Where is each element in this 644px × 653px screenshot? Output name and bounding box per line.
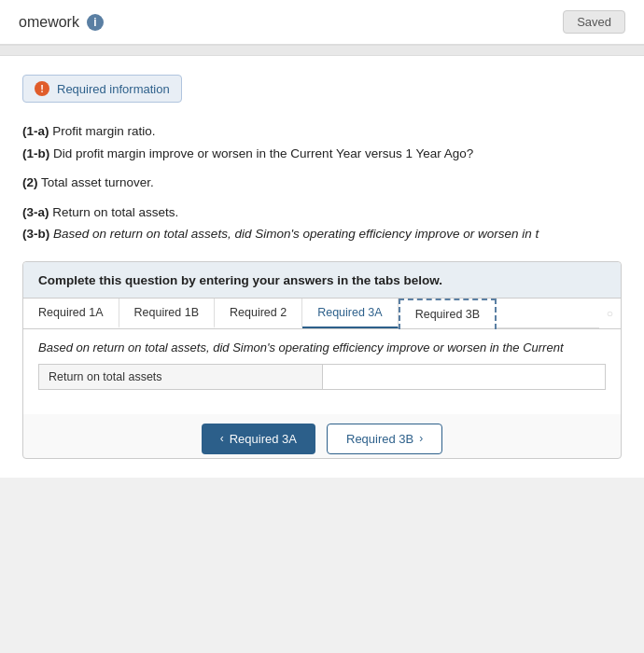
next-button[interactable]: Required 3B › — [327, 424, 442, 454]
tab-required-1b[interactable]: Required 1B — [119, 299, 216, 328]
question-text-1b: Did profit margin improve or worsen in t… — [53, 146, 473, 160]
tab-extra-space: ○ — [599, 299, 621, 328]
question-label-1a: (1-a) — [22, 124, 49, 138]
prev-button[interactable]: ‹ Required 3A — [202, 424, 315, 454]
complete-box-title: Complete this question by entering your … — [38, 273, 442, 287]
chevron-left-icon: ‹ — [220, 432, 224, 445]
question-label-3a: (3-a) — [22, 205, 49, 219]
table-row: Return on total assets — [39, 364, 606, 389]
question-section: (1-a) Profit margin ratio. (1-b) Did pro… — [22, 121, 622, 244]
question-group-3: (3-a) Return on total assets. (3-b) Base… — [22, 202, 622, 244]
tab-question-desc: Based on return on total assets, did Sim… — [38, 340, 606, 354]
question-line-1a: (1-a) Profit margin ratio. — [22, 121, 622, 142]
tab-required-2[interactable]: Required 2 — [215, 299, 302, 328]
row-label: Return on total assets — [39, 364, 323, 389]
answer-table: Return on total assets — [38, 364, 606, 390]
tab-question-desc-text: Based on return on total assets, did Sim… — [38, 340, 564, 354]
saved-badge: Saved — [563, 10, 625, 34]
question-label-2: (2) — [22, 175, 38, 189]
row-input-cell[interactable] — [322, 364, 606, 389]
question-text-3a: Return on total assets. — [52, 205, 178, 219]
question-label-3b: (3-b) — [22, 227, 49, 241]
question-line-1b: (1-b) Did profit margin improve or worse… — [22, 144, 622, 164]
question-text-3b: Based on return on total assets, did Sim… — [53, 227, 539, 241]
chevron-right-icon: › — [419, 432, 423, 445]
question-group-2: (2) Total asset turnover. — [22, 173, 622, 193]
question-group-1: (1-a) Profit margin ratio. (1-b) Did pro… — [22, 121, 622, 163]
exclamation-icon: ! — [35, 81, 49, 96]
info-icon[interactable]: i — [87, 14, 104, 31]
complete-question-box: Complete this question by entering your … — [22, 261, 622, 459]
complete-box-header: Complete this question by entering your … — [23, 262, 621, 299]
nav-buttons: ‹ Required 3A Required 3B › — [23, 414, 621, 458]
tabs-row: Required 1A Required 1B Required 2 Requi… — [23, 299, 621, 329]
header-bar: omework i Saved — [0, 0, 644, 45]
tab-spacer — [497, 299, 599, 328]
tab-required-3b[interactable]: Required 3B — [399, 299, 497, 329]
question-line-3b: (3-b) Based on return on total assets, d… — [22, 224, 622, 244]
header-title: omework — [19, 14, 79, 31]
question-label-1b: (1-b) — [22, 146, 49, 160]
separator-top — [0, 45, 644, 56]
header-left: omework i — [19, 14, 104, 31]
question-text-1a: Profit margin ratio. — [52, 124, 155, 138]
required-info-text: Required information — [57, 82, 170, 96]
question-line-2: (2) Total asset turnover. — [22, 173, 622, 193]
row-input[interactable] — [332, 370, 596, 383]
prev-button-label: Required 3A — [230, 432, 297, 446]
required-info-banner: ! Required information — [22, 75, 182, 103]
tab-required-3a[interactable]: Required 3A — [302, 299, 399, 328]
tab-required-1a[interactable]: Required 1A — [23, 299, 119, 328]
question-line-3a: (3-a) Return on total assets. — [22, 202, 622, 223]
main-content: ! Required information (1-a) Profit marg… — [0, 56, 644, 478]
question-text-2: Total asset turnover. — [41, 175, 154, 189]
tab-content-area: Based on return on total assets, did Sim… — [23, 329, 621, 414]
tab-circle: ○ — [607, 307, 613, 320]
next-button-label: Required 3B — [346, 432, 413, 446]
